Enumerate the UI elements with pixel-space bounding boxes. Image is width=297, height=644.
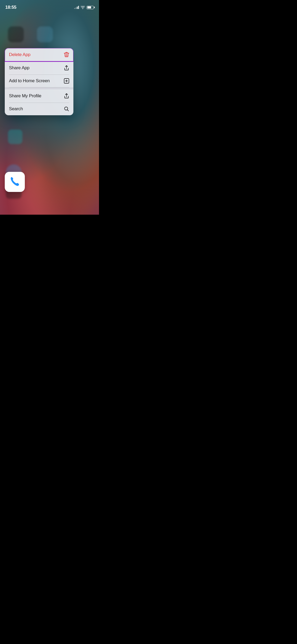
search-label: Search (9, 106, 23, 112)
bg-app-icon-1 (8, 26, 24, 42)
phone-app-icon[interactable] (5, 172, 25, 192)
bg-app-icon-2 (8, 130, 22, 144)
share-app-label: Share App (9, 65, 30, 71)
share-my-profile-menu-item[interactable]: Share My Profile (5, 89, 73, 103)
context-menu: Delete App Share App Add to Home Screen (5, 48, 73, 115)
signal-bars-icon (74, 6, 79, 9)
search-menu-item[interactable]: Search (5, 103, 73, 115)
delete-app-menu-item[interactable]: Delete App (5, 48, 73, 61)
search-icon (64, 106, 69, 112)
share-icon (64, 65, 69, 71)
share-profile-icon (64, 93, 69, 99)
add-to-home-screen-menu-item[interactable]: Add to Home Screen (5, 75, 73, 87)
share-my-profile-label: Share My Profile (9, 93, 41, 99)
bg-search-bar (37, 26, 53, 42)
battery-fill (87, 6, 91, 8)
status-bar: 18:55 (0, 0, 99, 12)
trash-icon (64, 52, 69, 58)
signal-bar-3 (77, 7, 78, 9)
add-box-icon (64, 78, 69, 84)
menu-group-divider (5, 87, 73, 89)
add-to-home-screen-label: Add to Home Screen (9, 78, 50, 84)
phone-icon (9, 176, 21, 188)
signal-bar-1 (74, 8, 75, 9)
battery-icon (87, 6, 94, 9)
status-time: 18:55 (5, 5, 16, 10)
wifi-icon (81, 6, 85, 9)
share-app-menu-item[interactable]: Share App (5, 61, 73, 75)
signal-bar-2 (76, 7, 76, 9)
signal-bar-4 (78, 6, 79, 9)
svg-point-0 (82, 8, 83, 9)
delete-app-label: Delete App (9, 52, 30, 57)
status-icons (74, 6, 94, 9)
